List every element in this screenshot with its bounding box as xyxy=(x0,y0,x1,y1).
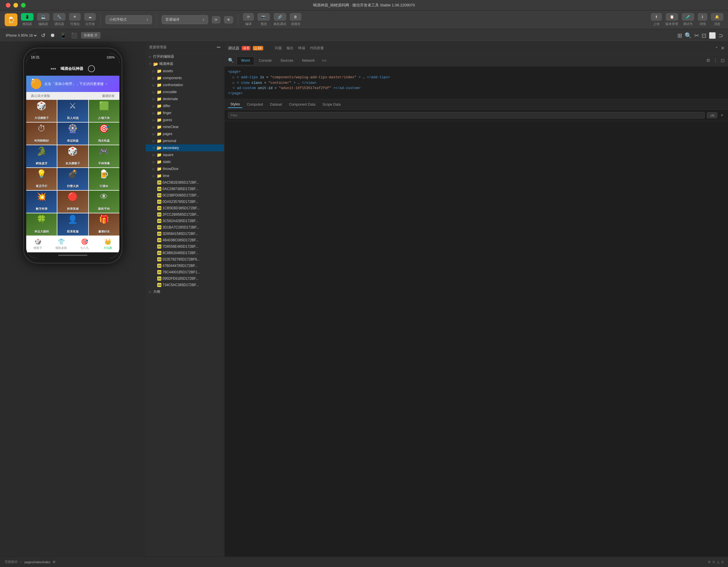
folder-pages[interactable]: ▷ 📁 pages xyxy=(146,130,224,137)
more-icon[interactable]: ••• xyxy=(217,45,220,50)
visual-button[interactable]: 👁 xyxy=(69,13,81,21)
list-item[interactable]: 🎯 指尖轮盘 xyxy=(89,123,119,145)
hot-reload-button[interactable]: 热重载 开 xyxy=(81,32,100,39)
compile-action[interactable]: ⟳ 编译 xyxy=(243,13,254,26)
file-2fcc[interactable]: JS 2FCC2B9585D172BF... xyxy=(146,211,224,218)
list-item[interactable]: ⚔ 双人对战 xyxy=(57,100,88,122)
tablet-button[interactable]: ⬛ xyxy=(70,31,79,40)
list-item[interactable]: 🔴 拆弹英雄 xyxy=(57,191,88,213)
tab-console[interactable]: Console xyxy=(255,57,276,64)
upload-button[interactable]: ⬆ xyxy=(651,13,662,21)
expand-icon[interactable]: ▷ xyxy=(233,81,237,85)
folder-crocodile[interactable]: ▷ 📁 crocodile xyxy=(146,89,224,96)
file-3c58[interactable]: JS 3C582A4285D172BF... xyxy=(146,218,224,224)
list-item[interactable]: 🎲 欢乐掷骰子 xyxy=(57,145,88,167)
real-debug-button[interactable]: 🔗 xyxy=(274,13,286,21)
folder-finger[interactable]: ▷ 📁 finger xyxy=(146,110,224,116)
folder-deskmate[interactable]: ▷ 📁 deskmate xyxy=(146,96,224,103)
tab-shakeDice[interactable]: 🎲 摇骰子 xyxy=(26,238,50,250)
search-icon[interactable]: 🔍 xyxy=(685,32,692,39)
list-item[interactable]: 🍀 幸运大跳转 xyxy=(26,213,57,236)
add-style-button[interactable]: + xyxy=(720,113,725,118)
simulator-tool[interactable]: 📱 模拟器 xyxy=(21,13,33,26)
tab-styles[interactable]: Styles xyxy=(228,101,242,108)
scissors-icon[interactable]: ✂ xyxy=(694,32,699,39)
device-selector[interactable]: iPhone X 85% 16 xyxy=(5,33,38,38)
tab-dataset[interactable]: Dataset xyxy=(268,101,284,108)
folder-square[interactable]: ▷ 📁 square xyxy=(146,151,224,158)
clear-cache-button[interactable]: 🗑 xyxy=(290,13,301,21)
file-0ac2[interactable]: JS 0AC2987385D172BF... xyxy=(146,186,224,192)
debugger-tool[interactable]: 🔧 调试器 xyxy=(53,13,66,26)
banner-area[interactable]: 🍺 点击「添加小程序」，下次访问更便捷 → xyxy=(26,76,119,92)
compile-button[interactable]: ⟳ xyxy=(243,13,254,21)
nav-quality[interactable]: 代码质量 xyxy=(310,45,324,52)
list-item[interactable]: 🎁 邀请好友 xyxy=(89,213,119,236)
list-item[interactable]: 🟩 占领方块 xyxy=(89,100,119,122)
tab-computed[interactable]: Computed xyxy=(245,101,265,108)
cls-button[interactable]: .cls xyxy=(707,112,717,118)
compile-dropdown[interactable]: 普通编译 ▾ xyxy=(162,15,208,24)
list-item[interactable]: 💣 扫雷火拼 xyxy=(57,168,88,190)
list-item[interactable]: 🎮 手持弹幕 xyxy=(89,145,119,167)
tree-icon[interactable]: ⊃ xyxy=(718,32,723,39)
folder-secondary[interactable]: ▽ 📂 secondary xyxy=(146,144,224,151)
list-item[interactable]: 👁 眼疾手快 xyxy=(89,191,119,213)
tab-bigplayer[interactable]: 👑 大玩家 xyxy=(96,238,119,250)
detail-action[interactable]: ℹ 详情 xyxy=(698,13,707,26)
file-47b0[interactable]: JS 47B0444785D172BF... xyxy=(146,263,224,269)
eye-button[interactable]: 👁 xyxy=(224,16,233,24)
folder-time[interactable]: ▷ 📁 time xyxy=(146,172,224,179)
nav-terminal[interactable]: 终端 xyxy=(298,45,305,52)
more-options-icon[interactable]: ⋮ xyxy=(713,58,718,63)
folder-personal[interactable]: ▷ 📁 personal xyxy=(146,137,224,144)
refresh-button[interactable]: ⟳ xyxy=(212,16,220,24)
file-0c23[interactable]: JS 0C23BFD085D172BF... xyxy=(146,192,224,199)
list-item[interactable]: 🎲 大话摇骰子 xyxy=(26,100,57,122)
list-item[interactable]: 👤 联系客服 xyxy=(57,213,88,236)
folder-components[interactable]: ▷ 📁 components xyxy=(146,75,224,82)
folder-throwdice[interactable]: ▷ 📁 throwDice xyxy=(146,165,224,172)
folder-guess[interactable]: ▷ 📁 guess xyxy=(146,116,224,123)
file-3d1b[interactable]: JS 3D1BA7C285D172BF... xyxy=(146,224,224,231)
undock-icon[interactable]: ⊡ xyxy=(721,58,725,63)
tab-network[interactable]: Network xyxy=(298,57,319,64)
list-item[interactable]: 🎡 幸运转盘 xyxy=(57,123,88,145)
nav-output[interactable]: 输出 xyxy=(287,45,294,52)
user-avatar[interactable]: 🍺 xyxy=(5,13,17,26)
phone-button[interactable]: 📱 xyxy=(59,31,68,40)
message-action[interactable]: 🔔 消息 xyxy=(711,13,723,26)
expand-icon[interactable]: ▷ xyxy=(233,75,237,80)
file-0da5[interactable]: JS 0DA5235785D172BF... xyxy=(146,199,224,205)
file-8c8b[interactable]: JS 8C8B620485D172BF... xyxy=(146,250,224,256)
record-button[interactable]: ⏺ xyxy=(49,31,56,40)
real-debug-action[interactable]: 🔗 真机调试 xyxy=(273,13,286,26)
file-734c[interactable]: JS 734C5AC385D172BF... xyxy=(146,282,224,288)
folder-confrontation[interactable]: ▷ 📁 confrontation xyxy=(146,82,224,89)
list-item[interactable]: 🍺 行酒令 xyxy=(89,168,119,190)
preview-action[interactable]: 📷 预览 xyxy=(257,13,270,26)
tab-wxml[interactable]: Wxml xyxy=(237,57,254,65)
root-folder[interactable]: ▽ 📂 喝酒神器 xyxy=(146,60,224,68)
close-button[interactable] xyxy=(6,3,10,8)
page-path[interactable]: pages/index/index xyxy=(24,560,50,564)
file-76c4[interactable]: JS 76C4400185D172BF1... xyxy=(146,269,224,276)
file-095d[interactable]: JS 095DFE6185D172BF... xyxy=(146,276,224,282)
version-button[interactable]: 📋 xyxy=(666,13,678,21)
cloud-tool[interactable]: ☁ 云开发 xyxy=(84,13,96,26)
list-item[interactable]: 💥 数字炸弹 xyxy=(26,191,57,213)
file-4b40[interactable]: JS 4B403BC085D172BF... xyxy=(146,237,224,243)
folder-assets[interactable]: ▷ 📁 assets xyxy=(146,68,224,75)
file-3d95[interactable]: JS 3D95841585D172BF... xyxy=(146,231,224,237)
outline-section[interactable]: ▷ 大纲 xyxy=(146,288,224,295)
cloud-button[interactable]: ☁ xyxy=(84,13,96,21)
tab-component-data[interactable]: Component Data xyxy=(287,101,318,108)
tab-scope-data[interactable]: Scope Data xyxy=(320,101,343,108)
tab-sources[interactable]: Sources xyxy=(276,57,297,64)
list-item[interactable]: 💡 夜店手灯 xyxy=(26,168,57,190)
open-editors[interactable]: ▷ 打开的编辑器 xyxy=(146,53,224,60)
devtools-collapse-button[interactable]: ⌃ xyxy=(715,46,718,51)
message-button[interactable]: 🔔 xyxy=(711,13,723,21)
copy-path-icon[interactable]: ⊞ xyxy=(53,560,55,564)
filter-input[interactable] xyxy=(228,112,705,119)
